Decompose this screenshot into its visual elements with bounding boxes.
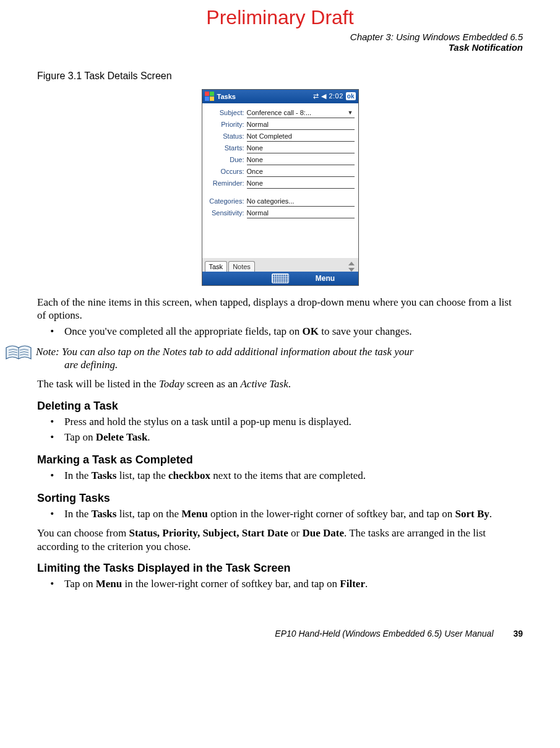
section-line: Task Notification xyxy=(37,42,523,53)
bullet-list-ok: Once you've completed all the appropriat… xyxy=(37,325,523,339)
footer-text: EP10 Hand-Held (Windows Embedded 6.5) Us… xyxy=(275,629,493,638)
active-task-paragraph: The task will be listed in the Today scr… xyxy=(37,377,523,391)
preliminary-draft: Preliminary Draft xyxy=(37,6,523,29)
label: Priority: xyxy=(206,121,247,128)
bullet-list-limit: Tap on Menu in the lower-right corner of… xyxy=(37,577,523,591)
heading-limiting: Limiting the Tasks Displayed in the Task… xyxy=(37,562,523,575)
footer: EP10 Hand-Held (Windows Embedded 6.5) Us… xyxy=(37,629,523,638)
note-text: Note: You can also tap on the Notes tab … xyxy=(36,344,413,372)
bullet-list-sort: In the Tasks list, tap on the Menu optio… xyxy=(37,507,523,522)
value[interactable]: No categories... xyxy=(247,196,355,207)
ok-button[interactable]: ok xyxy=(346,92,356,100)
label: Sensitivity: xyxy=(206,209,247,217)
softkey-right[interactable]: Menu xyxy=(293,274,358,283)
device-screenshot: Tasks ⇄ ◀ 2:02 ok Subject: Conference ca… xyxy=(202,89,359,286)
value[interactable]: Normal xyxy=(247,208,355,218)
task-form: Subject: Conference call - 8:...▼ Priori… xyxy=(202,103,358,257)
list-item: Once you've completed all the appropriat… xyxy=(62,325,523,339)
start-icon[interactable] xyxy=(205,92,215,101)
label: Starts: xyxy=(206,144,247,152)
list-item: Tap on Delete Task. xyxy=(62,431,523,445)
row-due[interactable]: Due: None xyxy=(206,154,355,166)
figure-caption: Figure 3.1 Task Details Screen xyxy=(37,71,523,82)
row-categories[interactable]: Categories: No categories... xyxy=(206,196,355,207)
intro-paragraph: Each of the nine items in this screen, w… xyxy=(37,296,523,323)
heading-sorting: Sorting Tasks xyxy=(37,492,523,505)
keyboard-icon[interactable] xyxy=(272,273,289,283)
heading-deleting: Deleting a Task xyxy=(37,400,523,413)
softkey-bar: Menu xyxy=(202,272,358,285)
value[interactable]: Normal xyxy=(247,119,355,130)
label: Due: xyxy=(206,156,247,163)
label: Reminder: xyxy=(206,179,247,187)
chevron-down-icon: ▼ xyxy=(348,110,355,116)
list-item: In the Tasks list, tap the checkbox next… xyxy=(62,469,523,483)
row-reminder[interactable]: Reminder: None xyxy=(206,178,355,189)
row-sensitivity[interactable]: Sensitivity: Normal xyxy=(206,207,355,219)
app-title: Tasks xyxy=(217,93,314,100)
bullet-list-delete: Press and hold the stylus on a task unti… xyxy=(37,415,523,445)
scroll-arrows[interactable] xyxy=(348,262,358,272)
row-priority[interactable]: Priority: Normal xyxy=(206,119,355,131)
row-subject[interactable]: Subject: Conference call - 8:...▼ xyxy=(206,107,355,119)
tab-notes[interactable]: Notes xyxy=(228,261,255,272)
row-starts[interactable]: Starts: None xyxy=(206,142,355,154)
title-bar: Tasks ⇄ ◀ 2:02 ok xyxy=(202,90,358,103)
page-number: 39 xyxy=(513,629,523,638)
list-item: In the Tasks list, tap on the Menu optio… xyxy=(62,507,523,522)
bullet-list-mark: In the Tasks list, tap the checkbox next… xyxy=(37,469,523,483)
tab-task[interactable]: Task xyxy=(205,261,228,272)
chapter-header: Chapter 3: Using Windows Embedded 6.5 Ta… xyxy=(37,32,523,53)
list-item: Tap on Menu in the lower-right corner of… xyxy=(62,577,523,591)
chapter-line: Chapter 3: Using Windows Embedded 6.5 xyxy=(37,32,523,42)
value[interactable]: Once xyxy=(247,166,355,177)
row-status[interactable]: Status: Not Completed xyxy=(206,131,355,142)
label: Subject: xyxy=(206,109,247,116)
value[interactable]: Conference call - 8:...▼ xyxy=(247,108,355,118)
tab-strip: Task Notes xyxy=(202,257,358,272)
label: Status: xyxy=(206,132,247,140)
label: Occurs: xyxy=(206,168,247,175)
value[interactable]: Not Completed xyxy=(247,131,355,142)
screenshot-figure: Tasks ⇄ ◀ 2:02 ok Subject: Conference ca… xyxy=(37,89,523,286)
book-icon xyxy=(5,344,32,363)
row-occurs[interactable]: Occurs: Once xyxy=(206,166,355,178)
sort-paragraph: You can choose from Status, Priority, Su… xyxy=(37,527,523,554)
list-item: Press and hold the stylus on a task unti… xyxy=(62,415,523,429)
status-icons: ⇄ ◀ 2:02 xyxy=(313,92,343,100)
value[interactable]: None xyxy=(247,143,355,153)
value[interactable]: None xyxy=(247,155,355,165)
note-block: Note: You can also tap on the Notes tab … xyxy=(5,344,523,372)
value[interactable]: None xyxy=(247,178,355,189)
label: Categories: xyxy=(206,197,247,205)
heading-marking: Marking a Task as Completed xyxy=(37,454,523,466)
